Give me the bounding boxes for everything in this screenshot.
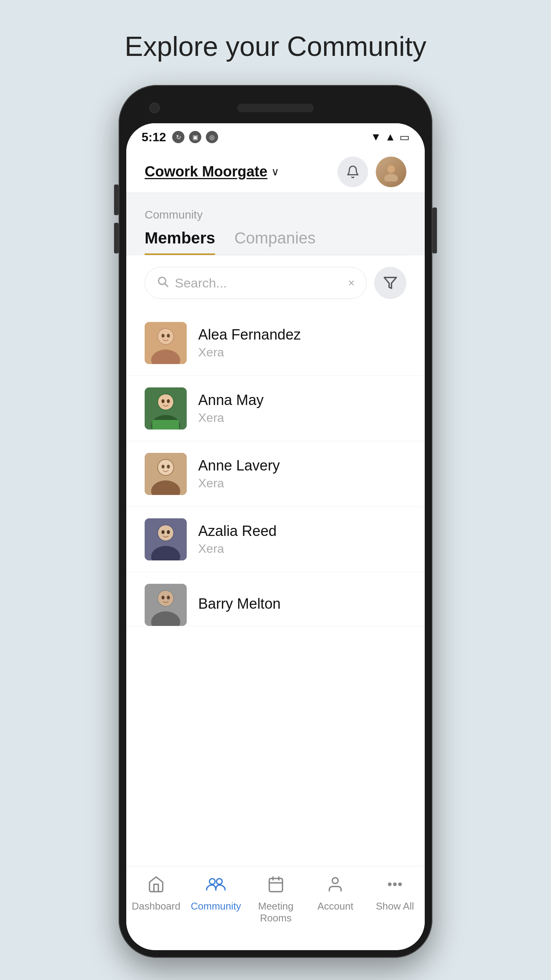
member-info: Barry Melton (198, 596, 406, 614)
svg-rect-17 (152, 420, 179, 430)
signal-icon: ▲ (385, 131, 396, 143)
member-item[interactable]: Anne Lavery Xera (126, 441, 425, 507)
phone-hardware-top (126, 93, 425, 123)
svg-point-34 (161, 596, 165, 599)
svg-point-45 (399, 883, 401, 885)
svg-point-36 (210, 879, 215, 884)
wifi-icon: ▼ (371, 131, 381, 143)
member-company: Xera (198, 476, 406, 490)
member-item[interactable]: Barry Melton (126, 572, 425, 626)
sync-icon: ↻ (172, 131, 184, 143)
member-avatar (145, 518, 187, 560)
nav-item-dashboard[interactable]: Dashboard (131, 875, 181, 912)
calendar-icon (267, 875, 285, 897)
user-avatar[interactable] (376, 157, 406, 187)
svg-point-15 (161, 399, 165, 403)
member-avatar (145, 322, 187, 364)
nav-label-community: Community (191, 900, 241, 912)
tab-members[interactable]: Members (145, 229, 215, 255)
workspace-selector[interactable]: Cowork Moorgate ∨ (145, 163, 279, 180)
chevron-down-icon: ∨ (271, 165, 279, 178)
phone-screen: 5:12 ↻ ▣ ◎ ▼ ▲ ▭ Cowork Moorgate ∨ (126, 123, 425, 950)
svg-point-28 (161, 530, 165, 534)
volume-up-button (114, 185, 119, 215)
top-navigation: Cowork Moorgate ∨ (126, 151, 425, 193)
svg-point-22 (161, 465, 165, 469)
member-name: Azalia Reed (198, 523, 406, 539)
member-name: Anna May (198, 392, 406, 408)
page-background: Explore your Community 5:12 ↻ (0, 0, 551, 980)
members-list: Alea Fernandez Xera (126, 310, 425, 866)
svg-point-16 (167, 399, 170, 403)
nav-label-account: Account (317, 900, 353, 912)
svg-point-35 (167, 596, 170, 599)
nav-item-community[interactable]: Community (191, 875, 241, 912)
storage-icon: ▣ (189, 131, 201, 143)
section-label: Community (145, 208, 406, 221)
svg-point-9 (161, 334, 165, 338)
svg-line-3 (165, 284, 168, 286)
member-company: Xera (198, 411, 406, 425)
tabs: Members Companies (145, 229, 406, 255)
nav-item-show-all[interactable]: Show All (370, 875, 420, 912)
member-avatar (145, 387, 187, 430)
svg-point-43 (389, 883, 391, 885)
people-icon (206, 875, 226, 897)
member-name: Alea Fernandez (198, 327, 406, 343)
nav-item-account[interactable]: Account (310, 875, 360, 912)
power-button (432, 207, 437, 253)
no-disturb-icon: ◎ (206, 131, 218, 143)
spacer (391, 103, 402, 113)
power-btn (432, 207, 437, 253)
person-icon (326, 875, 344, 897)
svg-point-8 (158, 329, 173, 344)
member-name: Barry Melton (198, 596, 406, 612)
workspace-name: Cowork Moorgate (145, 163, 267, 180)
phone-frame: 5:12 ↻ ▣ ◎ ▼ ▲ ▭ Cowork Moorgate ∨ (119, 85, 432, 958)
volume-down-button (114, 223, 119, 253)
bottom-navigation: Dashboard Community (126, 866, 425, 935)
search-area: Search... × (126, 255, 425, 310)
member-item[interactable]: Anna May Xera (126, 376, 425, 441)
search-icon (156, 275, 169, 291)
svg-rect-38 (269, 879, 282, 892)
member-name: Anne Lavery (198, 457, 406, 474)
nav-item-meeting-rooms[interactable]: Meeting Rooms (251, 875, 301, 924)
status-left-icons: ↻ ▣ ◎ (172, 131, 218, 143)
volume-buttons (114, 185, 119, 253)
search-clear-button[interactable]: × (348, 276, 355, 289)
member-info: Anna May Xera (198, 392, 406, 425)
nav-label-meeting-rooms: Meeting Rooms (258, 900, 293, 924)
filter-button[interactable] (374, 267, 406, 299)
tab-companies[interactable]: Companies (234, 229, 315, 255)
search-input[interactable]: Search... (175, 276, 342, 291)
notifications-button[interactable] (337, 157, 368, 187)
front-camera (149, 103, 160, 113)
phone-speaker (237, 104, 314, 112)
bottom-safe-area (126, 935, 425, 950)
svg-point-37 (217, 879, 222, 884)
nav-label-dashboard: Dashboard (132, 900, 180, 912)
svg-point-14 (158, 394, 173, 410)
status-bar: 5:12 ↻ ▣ ◎ ▼ ▲ ▭ (126, 123, 425, 151)
member-info: Anne Lavery Xera (198, 457, 406, 490)
page-title: Explore your Community (125, 31, 426, 62)
status-time: 5:12 (142, 130, 166, 144)
member-avatar (145, 453, 187, 495)
svg-point-33 (158, 591, 173, 606)
svg-point-0 (387, 165, 395, 173)
svg-marker-4 (384, 278, 396, 289)
member-item[interactable]: Alea Fernandez Xera (126, 310, 425, 376)
nav-actions (337, 157, 406, 187)
member-info: Alea Fernandez Xera (198, 327, 406, 359)
member-info: Azalia Reed Xera (198, 523, 406, 556)
more-icon (386, 875, 404, 897)
svg-point-29 (167, 530, 170, 534)
nav-label-show-all: Show All (376, 900, 414, 912)
svg-point-10 (167, 334, 170, 338)
svg-point-21 (158, 460, 173, 475)
home-icon (147, 875, 165, 897)
community-header: Community Members Companies (126, 193, 425, 255)
svg-point-1 (384, 174, 398, 181)
member-item[interactable]: Azalia Reed Xera (126, 507, 425, 572)
